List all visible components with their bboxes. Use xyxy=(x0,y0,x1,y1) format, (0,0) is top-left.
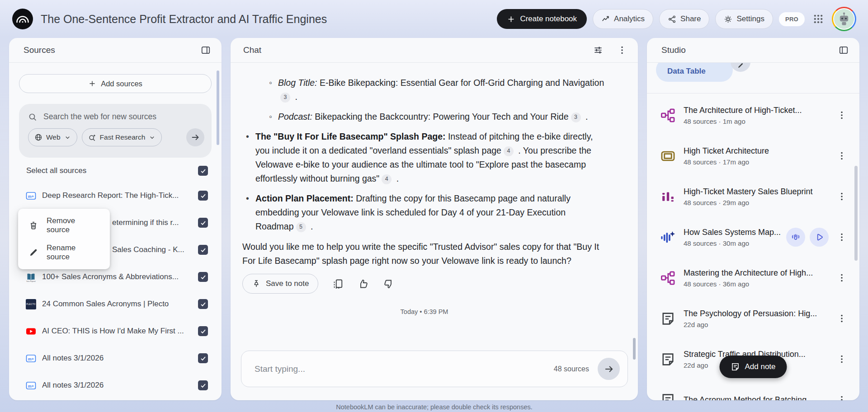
source-checkbox[interactable] xyxy=(198,326,208,336)
play-button[interactable] xyxy=(810,228,829,247)
book-favicon: Sales Playbook xyxy=(26,272,36,282)
studio-item-meta: 48 sources · 1m ago xyxy=(684,117,834,125)
studio-item[interactable]: How Sales Systems Map...48 sources · 30m… xyxy=(647,217,859,258)
mdplus-favicon: m+ xyxy=(26,353,36,364)
search-submit-button[interactable] xyxy=(186,128,204,146)
select-all-checkbox[interactable] xyxy=(198,166,208,176)
source-checkbox[interactable] xyxy=(198,380,208,390)
source-context-menu: Remove source Rename source xyxy=(18,209,110,269)
panel-expand-icon xyxy=(839,45,849,55)
text-segment: Bikepacking the Backcountry: Powering Yo… xyxy=(312,112,569,122)
citation-chip[interactable]: 3 xyxy=(280,93,290,103)
remove-source-menu-item[interactable]: Remove source xyxy=(18,212,110,239)
add-sources-button[interactable]: Add sources xyxy=(19,74,212,93)
source-checkbox[interactable] xyxy=(198,299,208,309)
user-avatar[interactable] xyxy=(832,7,856,31)
analytics-button[interactable]: Analytics xyxy=(593,9,653,29)
notebook-title: The One-Sentence Profit Extractor and AI… xyxy=(41,13,497,26)
notebooklm-logo[interactable] xyxy=(12,8,33,30)
create-notebook-button[interactable]: Create notebook xyxy=(497,9,587,29)
svg-text:m+: m+ xyxy=(28,356,34,361)
studio-item[interactable]: The Architecture of High-Ticket...48 sou… xyxy=(647,95,859,136)
studio-item[interactable]: High Ticket Architecture48 sources · 17m… xyxy=(647,136,859,176)
studio-chips-row: Data Table xyxy=(647,63,859,94)
citation-chip[interactable]: 3 xyxy=(571,112,581,122)
bullet-marker: • xyxy=(246,192,249,206)
source-checkbox[interactable] xyxy=(198,218,208,228)
workspace: Sources Add sources Web xyxy=(0,38,868,412)
thumbs-down-button[interactable] xyxy=(383,278,394,290)
sources-scrollbar-thumb[interactable] xyxy=(217,70,219,145)
svg-text:Sales Playbook: Sales Playbook xyxy=(26,281,36,282)
save-to-note-button[interactable]: Save to note xyxy=(242,274,318,294)
more-options-button[interactable] xyxy=(834,351,849,367)
more-options-button[interactable] xyxy=(834,270,849,286)
arrow-right-icon xyxy=(191,133,200,142)
text-segment: . xyxy=(394,173,399,183)
studio-scrollbar-thumb[interactable] xyxy=(854,166,858,261)
settings-button[interactable]: Settings xyxy=(715,9,773,29)
thumbs-up-button[interactable] xyxy=(358,278,369,290)
more-options-button[interactable] xyxy=(834,148,849,164)
studio-item[interactable]: Mastering the Architecture of High...48 … xyxy=(647,258,859,298)
edit-chip-button[interactable] xyxy=(731,63,750,72)
more-options-button[interactable] xyxy=(834,392,849,400)
text-segment: . xyxy=(583,112,588,122)
send-message-button[interactable] xyxy=(598,358,620,380)
copy-button[interactable] xyxy=(332,278,344,290)
source-row[interactable]: m+All notes 3/1/2026 xyxy=(9,372,222,399)
chat-input[interactable] xyxy=(255,364,554,374)
source-row[interactable]: PLECTO24 Common Sales Acronyms | Plecto xyxy=(9,290,222,318)
more-options-button[interactable] xyxy=(834,229,849,245)
more-options-button[interactable] xyxy=(834,189,849,204)
web-filter-dropdown[interactable]: Web xyxy=(28,128,77,146)
source-row[interactable]: AI CEO: THIS is How I'd Make My First ..… xyxy=(9,318,222,345)
apps-grid-button[interactable] xyxy=(811,11,826,27)
source-row[interactable]: m+Deep Research Report: The High-Tick... xyxy=(9,182,222,209)
pro-badge: PRO xyxy=(779,12,805,26)
note-icon xyxy=(731,362,740,371)
studio-item-meta: 48 sources · 29m ago xyxy=(684,199,834,206)
chat-scrollbar-thumb[interactable] xyxy=(633,338,636,360)
studio-item[interactable]: High-Ticket Mastery Sales Blueprint48 so… xyxy=(647,176,859,217)
interactive-button[interactable] xyxy=(786,228,805,247)
expand-studio-panel-button[interactable] xyxy=(838,44,849,56)
add-note-button[interactable]: Add note xyxy=(719,356,787,378)
search-input[interactable] xyxy=(43,112,204,122)
studio-item[interactable]: The Psychology of Persuasion: Hig...22d … xyxy=(647,298,859,339)
source-checkbox[interactable] xyxy=(198,353,208,363)
studio-item[interactable]: The Acronym Method for Batching... xyxy=(647,379,859,400)
apps-grid-icon xyxy=(813,14,824,24)
more-options-button[interactable] xyxy=(834,311,849,326)
audio-icon xyxy=(660,230,675,245)
video-icon xyxy=(660,149,675,164)
source-checkbox[interactable] xyxy=(198,191,208,201)
studio-item-title: High Ticket Architecture xyxy=(684,146,834,156)
citation-chip[interactable]: 5 xyxy=(296,222,306,232)
bullet-marker: ◦ xyxy=(269,110,272,124)
studio-item-title: The Acronym Method for Batching... xyxy=(684,395,834,401)
research-mode-dropdown[interactable]: Fast Research xyxy=(82,128,162,146)
citation-chip[interactable]: 4 xyxy=(504,146,514,156)
plecto-favicon: PLECTO xyxy=(26,299,36,309)
chat-message-area: ◦Blog Title: E-Bike Bikepacking: Essenti… xyxy=(231,63,638,337)
data-table-chip[interactable]: Data Table xyxy=(656,63,733,82)
chat-input-bar: 48 sources xyxy=(241,351,628,387)
source-checkbox[interactable] xyxy=(198,272,208,282)
source-title: All notes 3/1/2026 xyxy=(42,381,198,390)
chat-more-options-button[interactable] xyxy=(616,44,628,56)
more-options-button[interactable] xyxy=(834,108,849,123)
chat-timestamp: Today • 6:39 PM xyxy=(242,308,606,315)
collapse-sources-panel-button[interactable] xyxy=(200,44,212,56)
source-checkbox[interactable] xyxy=(198,245,208,255)
share-button[interactable]: Share xyxy=(659,9,709,29)
svg-text:m+: m+ xyxy=(28,384,34,388)
chat-settings-button[interactable] xyxy=(592,44,604,56)
source-row[interactable]: m+All notes 3/1/2026 xyxy=(9,345,222,372)
youtube-favicon xyxy=(26,326,36,337)
rename-source-menu-item[interactable]: Rename source xyxy=(18,239,110,266)
robot-avatar-image xyxy=(833,8,855,30)
citation-chip[interactable]: 4 xyxy=(382,174,392,184)
top-actions: Create notebook Analytics Share Settings… xyxy=(497,7,856,31)
gear-icon xyxy=(724,15,732,23)
